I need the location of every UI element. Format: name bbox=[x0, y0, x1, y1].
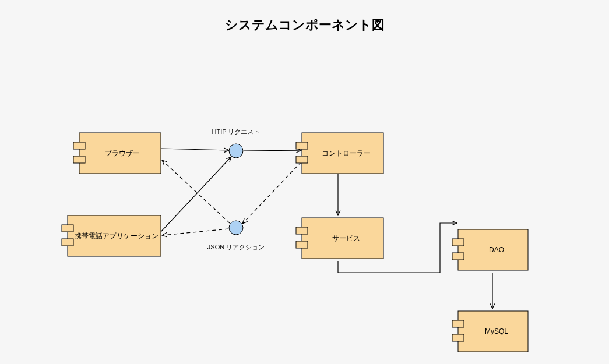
interface-json-reaction-label: JSON リアクション bbox=[207, 243, 265, 250]
svg-rect-15 bbox=[452, 239, 464, 246]
svg-rect-18 bbox=[452, 320, 464, 327]
component-mobile-label: 携帯電話アプリケーション bbox=[75, 232, 159, 240]
edge-json-to-mobile bbox=[162, 229, 228, 235]
edge-mobile-to-http bbox=[161, 157, 231, 232]
svg-rect-19 bbox=[452, 334, 464, 341]
interface-json-reaction: JSON リアクション bbox=[207, 221, 265, 250]
svg-rect-7 bbox=[62, 239, 73, 246]
edge-browser-to-http bbox=[161, 149, 229, 150]
interface-http-request: HTIP リクエスト bbox=[212, 128, 261, 158]
component-service: サービス bbox=[296, 218, 383, 259]
interface-http-request-label: HTIP リクエスト bbox=[212, 128, 261, 135]
diagram-canvas: HTIP リクエスト JSON リアクション ブラウザー 携帯電話アプリケーショ… bbox=[0, 0, 609, 364]
component-dao-label: DAO bbox=[489, 246, 504, 254]
component-mysql: MySQL bbox=[452, 311, 528, 352]
component-mobile: 携帯電話アプリケーション bbox=[62, 215, 161, 256]
svg-rect-12 bbox=[296, 227, 308, 234]
svg-rect-9 bbox=[296, 142, 308, 149]
component-controller: コントローラー bbox=[296, 133, 383, 174]
svg-rect-6 bbox=[62, 225, 73, 232]
edge-http-to-controller bbox=[244, 150, 301, 151]
svg-rect-13 bbox=[296, 241, 308, 248]
component-controller-label: コントローラー bbox=[322, 149, 371, 157]
svg-point-1 bbox=[229, 221, 243, 235]
component-browser: ブラウザー bbox=[73, 133, 161, 174]
svg-rect-16 bbox=[452, 253, 464, 260]
svg-rect-3 bbox=[73, 142, 85, 149]
component-service-label: サービス bbox=[332, 234, 360, 242]
component-mysql-label: MySQL bbox=[485, 327, 508, 335]
svg-rect-10 bbox=[296, 156, 308, 163]
component-dao: DAO bbox=[452, 229, 528, 270]
component-browser-label: ブラウザー bbox=[105, 149, 140, 157]
edge-controller-to-json bbox=[242, 162, 301, 224]
svg-rect-4 bbox=[73, 156, 85, 163]
svg-point-0 bbox=[229, 144, 243, 158]
